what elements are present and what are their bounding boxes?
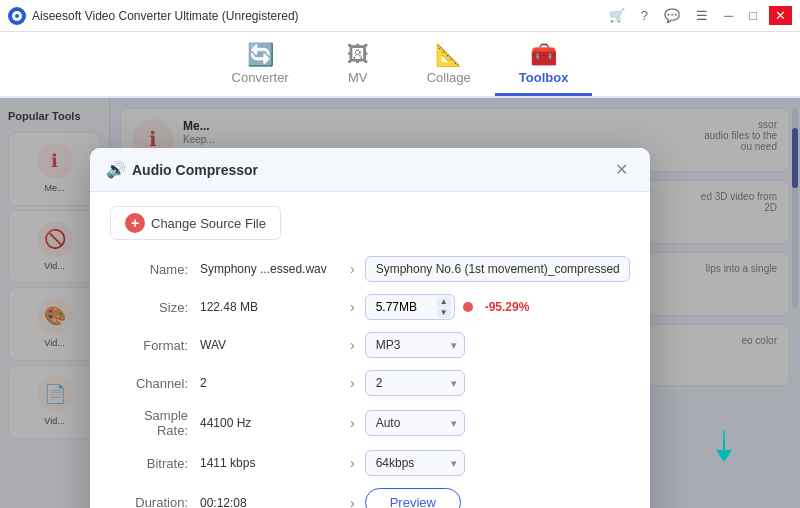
duration-arrow-icon: › [350,495,355,509]
bitrate-row: Bitrate: 1411 kbps › 64kbps 128kbps 192k… [110,450,630,476]
nav-bar: 🔄 Converter 🖼 MV 📐 Collage 🧰 Toolbox [0,32,800,98]
tab-collage-label: Collage [427,70,471,85]
svg-point-2 [15,14,19,18]
modal-header-left: 🔊 Audio Compressor [106,160,258,179]
tab-toolbox-label: Toolbox [519,70,569,85]
format-source-value: WAV [200,338,340,352]
bitrate-select[interactable]: 64kbps 128kbps 192kbps 256kbps 320kbps [365,450,465,476]
title-bar: Aiseesoft Video Converter Ultimate (Unre… [0,0,800,32]
bitrate-label: Bitrate: [110,456,200,471]
format-arrow-icon: › [350,337,355,353]
size-label: Size: [110,300,200,315]
arrow-head [716,450,732,462]
channel-source-value: 2 [200,376,340,390]
size-percent-label: -95.29% [485,300,530,314]
channel-arrow-icon: › [350,375,355,391]
size-spinner-down[interactable]: ▼ [437,308,451,318]
toolbox-icon: 🧰 [530,42,557,68]
name-label: Name: [110,262,200,277]
name-target-input[interactable] [365,256,630,282]
tab-converter[interactable]: 🔄 Converter [208,36,313,96]
tab-toolbox[interactable]: 🧰 Toolbox [495,36,593,96]
app-logo [8,7,26,25]
size-input-wrap: ▲ ▼ [365,294,455,320]
size-dot-indicator [463,302,473,312]
audio-compressor-header-icon: 🔊 [106,160,126,179]
tab-converter-label: Converter [232,70,289,85]
change-source-label: Change Source File [151,216,266,231]
name-arrow-icon: › [350,261,355,277]
format-label: Format: [110,338,200,353]
tab-mv[interactable]: 🖼 MV [313,36,403,96]
sample-rate-label: Sample Rate: [110,408,200,438]
audio-compressor-modal: 🔊 Audio Compressor ✕ + Change Source Fil… [90,148,650,508]
size-spinner-up[interactable]: ▲ [437,297,451,307]
size-row: Size: 122.48 MB › ▲ ▼ -95.29% [110,294,630,320]
name-row: Name: Symphony ...essed.wav › [110,256,630,282]
sample-rate-select-wrap: Auto 22050 Hz 44100 Hz 48000 Hz [365,410,465,436]
question-icon[interactable]: ? [637,6,652,25]
size-spinners: ▲ ▼ [437,297,451,318]
arrow-line [723,430,725,450]
change-source-plus-icon: + [125,213,145,233]
name-target-wrap [365,256,630,282]
cart-icon[interactable]: 🛒 [605,6,629,25]
modal-header: 🔊 Audio Compressor ✕ [90,148,650,192]
minimize-icon[interactable]: ─ [720,6,737,25]
change-source-button[interactable]: + Change Source File [110,206,281,240]
preview-button[interactable]: Preview [365,488,461,508]
channel-row: Channel: 2 › 1 2 Auto [110,370,630,396]
size-source-value: 122.48 MB [200,300,340,314]
duration-row: Duration: 00:12:08 › Preview [110,488,630,508]
channel-label: Channel: [110,376,200,391]
mv-icon: 🖼 [347,42,369,68]
arrow-indicator [716,430,732,462]
bitrate-source-value: 1411 kbps [200,456,340,470]
maximize-icon[interactable]: □ [745,6,761,25]
sample-rate-source-value: 44100 Hz [200,416,340,430]
size-arrow-icon: › [350,299,355,315]
app-title: Aiseesoft Video Converter Ultimate (Unre… [32,9,605,23]
size-target-row: ▲ ▼ -95.29% [365,294,530,320]
bitrate-arrow-icon: › [350,455,355,471]
message-icon[interactable]: 💬 [660,6,684,25]
modal-title: Audio Compressor [132,162,258,178]
name-source-value: Symphony ...essed.wav [200,262,340,276]
format-row: Format: WAV › MP3 AAC FLAC WAV OGG [110,332,630,358]
collage-icon: 📐 [435,42,462,68]
window-controls: 🛒 ? 💬 ☰ ─ □ ✕ [605,6,792,25]
tab-mv-label: MV [348,70,368,85]
format-select-wrap: MP3 AAC FLAC WAV OGG [365,332,465,358]
bitrate-select-wrap: 64kbps 128kbps 192kbps 256kbps 320kbps [365,450,465,476]
modal-body: + Change Source File Name: Symphony ...e… [90,192,650,508]
duration-source-value: 00:12:08 [200,496,340,509]
channel-select[interactable]: 1 2 Auto [365,370,465,396]
menu-icon[interactable]: ☰ [692,6,712,25]
tab-collage[interactable]: 📐 Collage [403,36,495,96]
sample-rate-arrow-icon: › [350,415,355,431]
sample-rate-row: Sample Rate: 44100 Hz › Auto 22050 Hz 44… [110,408,630,438]
channel-select-wrap: 1 2 Auto [365,370,465,396]
converter-icon: 🔄 [247,42,274,68]
duration-label: Duration: [110,495,200,508]
sample-rate-select[interactable]: Auto 22050 Hz 44100 Hz 48000 Hz [365,410,465,436]
main-content: Popular Tools ℹ Me... 🚫 Vid... 🎨 Vid... … [0,98,800,508]
format-select[interactable]: MP3 AAC FLAC WAV OGG [365,332,465,358]
close-icon[interactable]: ✕ [769,6,792,25]
modal-close-button[interactable]: ✕ [609,158,634,181]
